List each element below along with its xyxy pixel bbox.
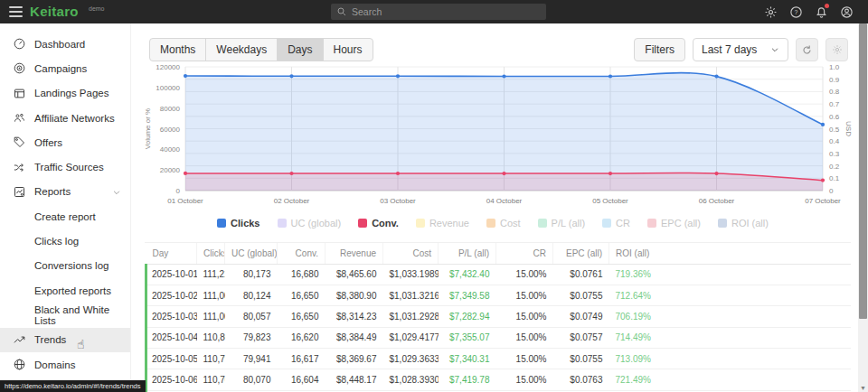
sidebar-item-clicks-log[interactable]: Clicks log: [0, 229, 130, 253]
sidebar-item-traffic-sources[interactable]: Traffic Sources: [0, 154, 130, 179]
chart-settings-button[interactable]: [826, 38, 848, 61]
settings-gear-icon[interactable]: [764, 5, 778, 19]
status-url: https://demo.keitaro.io/admin/#!/trends/…: [0, 380, 146, 392]
sidebar-item-label: Landings Pages: [34, 88, 108, 98]
cell-conv-: 16,650: [278, 306, 326, 327]
cell-epc-all-: $0.0761: [553, 264, 609, 285]
tab-hours[interactable]: Hours: [324, 39, 373, 61]
tab-months[interactable]: Months: [150, 39, 206, 61]
sidebar-item-create-report[interactable]: Create report: [0, 204, 130, 229]
account-icon[interactable]: [840, 5, 854, 19]
cell-conv-: 16,680: [278, 264, 326, 285]
svg-text:0.6: 0.6: [829, 113, 840, 121]
cell-revenue: $8,384.49: [326, 327, 383, 348]
sidebar-item-campaigns[interactable]: Campaigns: [0, 56, 130, 80]
cell-day: 2025-10-01: [146, 264, 197, 285]
table-row: 2025-10-02111,0080,12416,650$8,380.90$1,…: [146, 285, 852, 305]
cell-cost: $1,029.3633: [383, 349, 439, 369]
legend-swatch: [416, 219, 425, 228]
cell-p-l-all-: $7,282.94: [439, 306, 496, 327]
traffic-icon: [12, 160, 26, 174]
sidebar-item-trends[interactable]: Trends: [0, 328, 130, 352]
cell-uc-global-: 79,941: [225, 349, 278, 369]
column-header-p-l-all-[interactable]: P/L (all): [439, 243, 496, 264]
table-row: 2025-10-01111,2180,17316,680$8,465.60$1,…: [146, 264, 852, 285]
legend-item-epc-all-[interactable]: EPC (all): [647, 218, 701, 229]
sidebar-item-label: Create report: [34, 211, 96, 222]
dashboard-icon: [12, 37, 26, 51]
sidebar-item-offers[interactable]: Offers: [0, 130, 130, 154]
chevron-down-icon: [770, 45, 779, 54]
global-search[interactable]: [331, 4, 546, 20]
column-header-cr[interactable]: CR: [496, 243, 553, 264]
legend-item-conv-[interactable]: Conv.: [358, 218, 399, 229]
sidebar-item-dashboard[interactable]: Dashboard: [0, 32, 130, 56]
sidebar-item-reports[interactable]: Reports: [0, 180, 130, 204]
app-logo[interactable]: Keitaro: [30, 0, 79, 23]
svg-text:100000: 100000: [156, 84, 180, 92]
offers-icon: [12, 135, 26, 150]
column-header-revenue[interactable]: Revenue: [326, 243, 383, 264]
legend-item-revenue[interactable]: Revenue: [416, 218, 469, 229]
sidebar-item-label: Clicks log: [34, 236, 79, 247]
legend-item-clicks[interactable]: Clicks: [217, 218, 259, 229]
sidebar-item-label: Black and White Lists: [34, 304, 130, 326]
logo-demo-badge: demo: [89, 5, 105, 12]
legend-label: EPC (all): [661, 218, 701, 229]
scrollbar-thumb[interactable]: [859, 23, 867, 319]
legend-item-uc-global-[interactable]: UC (global): [278, 218, 342, 229]
svg-text:0.1: 0.1: [829, 174, 840, 182]
column-header-conv-[interactable]: Conv.: [278, 243, 326, 264]
sidebar-item-label: Affiliate Networks: [34, 113, 115, 124]
menu-toggle-icon[interactable]: [9, 6, 23, 17]
legend-swatch: [647, 219, 656, 228]
sidebar-item-label: Reports: [34, 186, 71, 197]
cell-epc-all-: $0.0755: [553, 285, 609, 305]
search-input[interactable]: [352, 6, 541, 17]
svg-text:20000: 20000: [160, 166, 181, 174]
chevron-down-icon: [112, 188, 121, 199]
sidebar-item-conversions-log[interactable]: Conversions log: [0, 254, 130, 278]
legend-item-roi-all-[interactable]: ROI (all): [718, 218, 769, 229]
affiliates-icon: [12, 111, 26, 126]
svg-text:1.0: 1.0: [829, 63, 840, 71]
svg-text:80000: 80000: [160, 105, 181, 113]
column-header-roi-all-[interactable]: ROI (all): [609, 243, 852, 264]
help-icon[interactable]: ?: [789, 5, 803, 19]
column-header-epc-all-[interactable]: EPC (all): [553, 243, 609, 264]
filters-button[interactable]: Filters: [634, 38, 685, 61]
tab-days[interactable]: Days: [278, 39, 323, 61]
cell-day: 2025-10-02: [146, 285, 197, 305]
sidebar-item-black-and-white-lists[interactable]: Black and White Lists: [0, 303, 130, 327]
column-header-uc-global-[interactable]: UC (global): [225, 243, 278, 264]
legend-item-cost[interactable]: Cost: [486, 218, 521, 229]
svg-text:0.4: 0.4: [829, 137, 840, 145]
legend-item-cr[interactable]: CR: [602, 218, 630, 229]
svg-text:0.5: 0.5: [829, 126, 840, 134]
sidebar-item-domains[interactable]: Domains: [0, 352, 130, 377]
sidebar: DashboardCampaignsLandings PagesAffiliat…: [0, 23, 131, 392]
cell-cr: 15.00%: [496, 369, 553, 390]
date-range-select[interactable]: Last 7 days: [693, 38, 788, 61]
table-row: 2025-10-06110,7080,07016,604$8,448.17$1,…: [146, 369, 852, 390]
column-header-clicks[interactable]: Clicks: [197, 243, 225, 264]
tab-weekdays[interactable]: Weekdays: [206, 39, 278, 61]
cell-uc-global-: 80,124: [225, 285, 278, 305]
column-header-day[interactable]: Day: [146, 243, 197, 264]
cell-day: 2025-10-06: [146, 369, 197, 390]
svg-text:Volume or %: Volume or %: [144, 108, 152, 149]
notifications-bell-icon[interactable]: [815, 5, 828, 19]
sidebar-item-exported-reports[interactable]: Exported reports: [0, 278, 130, 303]
column-header-cost[interactable]: Cost: [383, 243, 439, 264]
date-range-value: Last 7 days: [702, 43, 757, 56]
page-scrollbar[interactable]: ▼: [858, 23, 868, 392]
sidebar-item-landings-pages[interactable]: Landings Pages: [0, 81, 130, 106]
cell-clicks: 111,21: [197, 264, 225, 285]
refresh-button[interactable]: [796, 38, 818, 61]
sidebar-item-affiliate-networks[interactable]: Affiliate Networks: [0, 106, 130, 130]
cell-roi-all-: 719.36%: [609, 264, 852, 285]
gear-icon: [832, 44, 843, 55]
scrollbar-down-arrow[interactable]: ▼: [858, 385, 868, 391]
legend-label: P/L (all): [552, 218, 586, 229]
legend-item-p-l-all-[interactable]: P/L (all): [538, 218, 586, 229]
